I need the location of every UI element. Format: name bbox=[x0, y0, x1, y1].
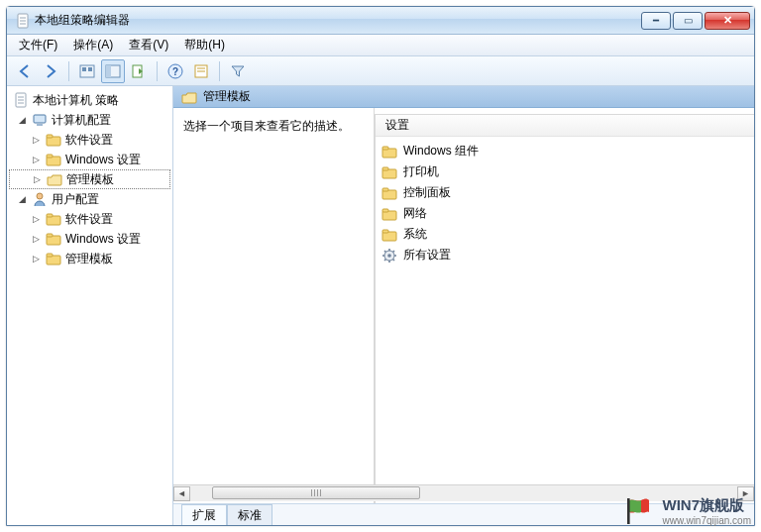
maximize-icon: ▭ bbox=[684, 16, 693, 26]
list-item-label: 所有设置 bbox=[403, 247, 451, 264]
watermark-title: WIN7旗舰版 bbox=[663, 496, 745, 515]
tree-software-settings[interactable]: ▷ 软件设置 bbox=[9, 209, 170, 229]
folder-icon bbox=[46, 152, 61, 167]
list-item-label: 控制面板 bbox=[403, 184, 451, 201]
tree-label: 计算机配置 bbox=[52, 112, 111, 129]
properties-button[interactable] bbox=[189, 59, 213, 83]
watermark-url: www.win7qijian.com bbox=[663, 515, 751, 526]
description-text: 选择一个项目来查看它的描述。 bbox=[183, 119, 350, 133]
tree-user-config[interactable]: ◢ 用户配置 bbox=[9, 189, 170, 209]
client-area: 本地计算机 策略 ◢ 计算机配置 ▷ 软件设置 ▷ Windows 设置 ▷ 管… bbox=[7, 86, 754, 525]
folder-icon bbox=[381, 185, 397, 201]
toolbar-sep bbox=[68, 61, 69, 81]
close-button[interactable]: ✕ bbox=[705, 12, 750, 30]
description-column: 选择一个项目来查看它的描述。 bbox=[173, 108, 374, 525]
expander-icon[interactable]: ▷ bbox=[32, 174, 43, 184]
tree-windows-settings[interactable]: ▷ Windows 设置 bbox=[9, 150, 170, 169]
list-item[interactable]: 控制面板 bbox=[381, 182, 748, 203]
tree-admin-templates[interactable]: ▷ 管理模板 bbox=[9, 249, 170, 268]
tree-windows-settings[interactable]: ▷ Windows 设置 bbox=[9, 229, 170, 249]
tab-standard[interactable]: 标准 bbox=[227, 504, 272, 525]
computer-icon bbox=[32, 112, 48, 128]
tree-label: 管理模板 bbox=[65, 251, 113, 267]
arrow-right-icon bbox=[43, 63, 58, 79]
tree-admin-templates[interactable]: ▷ 管理模板 bbox=[9, 169, 170, 189]
list-item[interactable]: Windows 组件 bbox=[381, 141, 748, 161]
tree-computer-config[interactable]: ◢ 计算机配置 bbox=[9, 110, 170, 130]
user-icon bbox=[32, 191, 48, 207]
windows-flag-icon bbox=[623, 496, 657, 526]
watermark: WIN7旗舰版 www.win7qijian.com bbox=[623, 496, 751, 526]
window-title: 本地组策略编辑器 bbox=[35, 12, 130, 29]
expander-icon[interactable]: ▷ bbox=[31, 135, 42, 145]
tree-label: 用户配置 bbox=[52, 191, 99, 208]
window-frame: 本地组策略编辑器 ━ ▭ ✕ 文件(F) 操作(A) 查看(V) 帮助(H) 本… bbox=[6, 6, 755, 526]
expander-icon[interactable]: ▷ bbox=[31, 234, 42, 244]
app-icon bbox=[15, 13, 31, 29]
export-button[interactable] bbox=[127, 59, 151, 83]
menu-help[interactable]: 帮助(H) bbox=[176, 35, 233, 55]
minimize-icon: ━ bbox=[653, 16, 659, 26]
expander-icon[interactable]: ◢ bbox=[17, 115, 28, 125]
scroll-thumb[interactable] bbox=[212, 486, 420, 499]
list-item-label: 网络 bbox=[403, 205, 427, 222]
doc-icon bbox=[13, 92, 29, 108]
folder-icon bbox=[381, 144, 397, 160]
tab-extended[interactable]: 扩展 bbox=[181, 504, 227, 525]
nav-back-button[interactable] bbox=[13, 59, 37, 83]
export-icon bbox=[131, 63, 147, 79]
tree-software-settings[interactable]: ▷ 软件设置 bbox=[9, 130, 170, 150]
tree-label: 本地计算机 策略 bbox=[33, 92, 119, 109]
scroll-left-button[interactable]: ◄ bbox=[173, 486, 190, 501]
expander-icon[interactable]: ▷ bbox=[31, 254, 42, 264]
list-item[interactable]: 所有设置 bbox=[381, 245, 748, 266]
content-header-title: 管理模板 bbox=[203, 88, 251, 105]
list-item-label: 系统 bbox=[403, 226, 427, 243]
console2-icon bbox=[105, 63, 121, 79]
filter-button[interactable] bbox=[226, 59, 250, 83]
folder-icon bbox=[46, 251, 61, 266]
folder-icon bbox=[381, 206, 397, 222]
expander-icon[interactable]: ◢ bbox=[17, 194, 28, 204]
help-button[interactable] bbox=[163, 59, 187, 83]
content-header: 管理模板 bbox=[173, 86, 754, 108]
menu-view[interactable]: 查看(V) bbox=[121, 35, 176, 55]
maximize-button[interactable]: ▭ bbox=[673, 12, 703, 30]
tree-root[interactable]: 本地计算机 策略 bbox=[9, 90, 170, 110]
folder-icon bbox=[381, 164, 397, 180]
console-icon bbox=[79, 63, 95, 79]
menu-file[interactable]: 文件(F) bbox=[11, 35, 65, 55]
folder-open-icon bbox=[181, 89, 197, 105]
menubar: 文件(F) 操作(A) 查看(V) 帮助(H) bbox=[7, 35, 754, 56]
folder-icon bbox=[381, 227, 397, 243]
column-header-settings[interactable]: 设置 bbox=[376, 115, 754, 137]
toolbar-sep bbox=[219, 61, 220, 81]
list-item[interactable]: 网络 bbox=[381, 203, 748, 224]
toolbar-sep bbox=[157, 61, 158, 81]
list-item-label: Windows 组件 bbox=[403, 143, 479, 160]
help-icon bbox=[167, 63, 183, 79]
tree-label: 管理模板 bbox=[66, 171, 114, 188]
toolbar bbox=[7, 56, 754, 86]
list-item[interactable]: 系统 bbox=[381, 224, 748, 245]
tree-label: Windows 设置 bbox=[65, 152, 141, 168]
gear-icon bbox=[381, 248, 397, 264]
tree-label: Windows 设置 bbox=[65, 231, 141, 248]
tree-pane[interactable]: 本地计算机 策略 ◢ 计算机配置 ▷ 软件设置 ▷ Windows 设置 ▷ 管… bbox=[7, 86, 173, 525]
console-tree-button[interactable] bbox=[75, 59, 99, 83]
settings-list[interactable]: 设置 Windows 组件打印机控制面板网络系统所有设置 bbox=[375, 114, 754, 525]
console-pane-button[interactable] bbox=[101, 59, 125, 83]
column-header-label: 设置 bbox=[385, 117, 409, 134]
close-icon: ✕ bbox=[723, 15, 732, 26]
filter-icon bbox=[230, 63, 246, 79]
expander-icon[interactable]: ▷ bbox=[31, 214, 42, 224]
grip-icon bbox=[311, 489, 321, 496]
list-item[interactable]: 打印机 bbox=[381, 161, 748, 182]
content-pane: 管理模板 选择一个项目来查看它的描述。 设置 Windows 组件打印机控制面板… bbox=[173, 86, 754, 525]
folder-icon bbox=[46, 132, 61, 148]
expander-icon[interactable]: ▷ bbox=[31, 155, 42, 164]
titlebar[interactable]: 本地组策略编辑器 ━ ▭ ✕ bbox=[7, 7, 754, 35]
minimize-button[interactable]: ━ bbox=[641, 12, 671, 30]
nav-forward-button[interactable] bbox=[39, 59, 62, 83]
menu-action[interactable]: 操作(A) bbox=[65, 35, 121, 55]
